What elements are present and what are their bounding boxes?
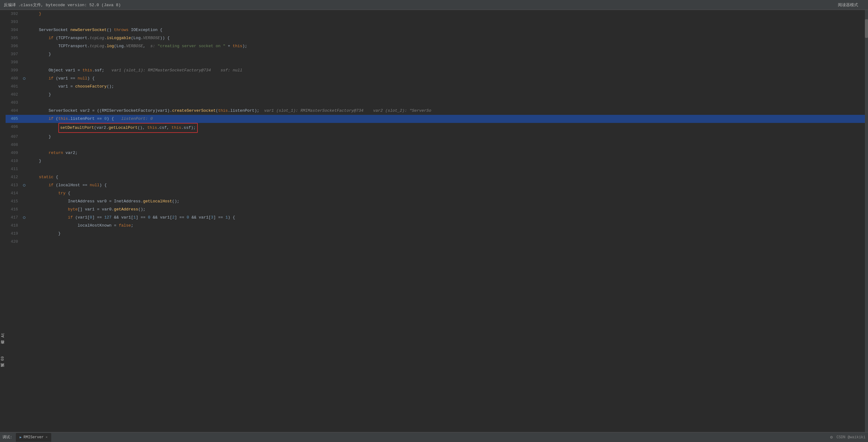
tab-icon: ▶ [20, 435, 22, 439]
line-row: 404 ServerSocket var2 = ((RMIServerSocke… [6, 107, 868, 115]
top-bar: 反编译 .class文件, bytecode version: 52.0 (Ja… [0, 0, 868, 10]
scrollbar-thumb[interactable] [865, 19, 868, 38]
code-lines: 392 } 393 394 ServerSocket newServerSock… [0, 10, 868, 432]
close-icon[interactable]: × [45, 436, 48, 439]
bottom-tabs: 调试: ▶ RMIServer × [2, 433, 51, 442]
line-row: 395 if (TCPTransport.tcpLog.isLoggable(L… [6, 34, 868, 42]
line-row: 416 byte[] var1 = var0.getAddress(); [6, 206, 868, 214]
line-row: 410 } [6, 157, 868, 165]
line-row: 399 Object var1 = this.ssf; var1 (slot_1… [6, 66, 868, 74]
line-row: 417 if (var1[0] == 127 && var1[1] == 0 &… [6, 214, 868, 222]
line-row: 397 } [6, 50, 868, 58]
vertical-scrollbar[interactable] [865, 10, 868, 432]
brand-label: CSDN @waikiki [836, 435, 866, 440]
bottom-bar: 调试: ▶ RMIServer × ⚙ CSDN @waikiki [0, 432, 868, 442]
line-row: 393 [6, 18, 868, 26]
side-label-at: At [1, 333, 5, 338]
side-label-num: 69 [1, 356, 5, 361]
code-editor: At 吉格 69 测试 392 } 393 394 ServerSocket n… [0, 10, 868, 432]
line-row: 415 InetAddress var0 = InetAddress.getLo… [6, 197, 868, 206]
breakpoint-dot[interactable] [23, 216, 26, 219]
line-row: 420 [6, 238, 868, 246]
gear-icon[interactable]: ⚙ [830, 435, 833, 440]
line-row: 394 ServerSocket newServerSocket() throw… [6, 26, 868, 34]
file-title: 反编译 .class文件, bytecode version: 52.0 (Ja… [4, 2, 121, 8]
line-row: 414 try { [6, 189, 868, 197]
line-row: 407 } [6, 133, 868, 141]
tab-label: RMIServer [24, 435, 44, 440]
line-row: 412 static { [6, 173, 868, 181]
line-row: 403 [6, 99, 868, 107]
line-row: 406 setDefaultPort(var2.getLocalPort(), … [6, 123, 868, 133]
line-row: 411 [6, 165, 868, 173]
line-row-highlighted: 405 if (this.listenPort == 0) { listenPo… [6, 115, 868, 123]
line-row: 419 } [6, 230, 868, 238]
line-row: 396 TCPTransport.tcpLog.log(Log.VERBOSE,… [6, 42, 868, 50]
debug-label: 调试: [2, 435, 12, 440]
bottom-right-info: ⚙ CSDN @waikiki [830, 435, 866, 440]
reader-mode-button[interactable]: 阅读器模式 [838, 2, 858, 8]
line-row: 402 } [6, 91, 868, 99]
line-row: 408 [6, 141, 868, 149]
line-row: 400 if (var1 == null) { [6, 74, 868, 83]
breakpoint-dot[interactable] [23, 77, 26, 80]
line-row: 398 [6, 58, 868, 66]
rmi-server-tab[interactable]: ▶ RMIServer × [16, 433, 51, 442]
line-row: 401 var1 = chooseFactory(); [6, 83, 868, 91]
line-row: 409 return var2; [6, 149, 868, 157]
breakpoint-dot[interactable] [23, 184, 26, 187]
line-row: 413 if (localHost == null) { [6, 181, 868, 189]
line-row: 418 localHostKnown = false; [6, 222, 868, 230]
line-row: 392 } [6, 10, 868, 18]
